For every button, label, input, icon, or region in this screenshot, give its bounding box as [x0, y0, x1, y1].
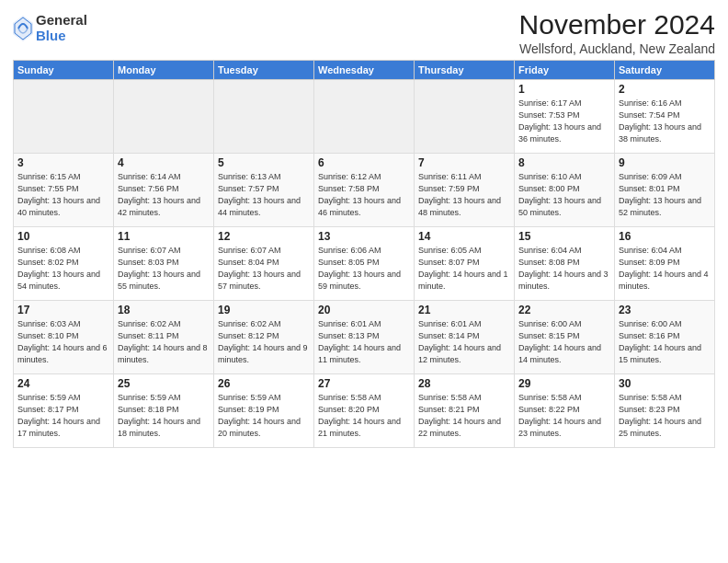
day-number: 2	[619, 83, 711, 96]
day-number: 14	[418, 230, 510, 243]
day-info: Sunrise: 6:02 AM Sunset: 8:12 PM Dayligh…	[218, 318, 310, 366]
day-number: 19	[218, 304, 310, 316]
title-block: November 2024 Wellsford, Auckland, New Z…	[519, 9, 715, 56]
calendar-cell: 11Sunrise: 6:07 AM Sunset: 8:03 PM Dayli…	[114, 227, 214, 301]
day-info: Sunrise: 6:01 AM Sunset: 8:14 PM Dayligh…	[418, 318, 510, 366]
calendar-week-5: 24Sunrise: 5:59 AM Sunset: 8:17 PM Dayli…	[14, 374, 715, 448]
day-info: Sunrise: 6:01 AM Sunset: 8:13 PM Dayligh…	[318, 318, 410, 366]
calendar-cell	[314, 80, 415, 154]
day-info: Sunrise: 6:14 AM Sunset: 7:56 PM Dayligh…	[118, 171, 210, 219]
day-info: Sunrise: 6:00 AM Sunset: 8:15 PM Dayligh…	[518, 318, 610, 366]
day-info: Sunrise: 6:05 AM Sunset: 8:07 PM Dayligh…	[418, 245, 510, 293]
col-monday: Monday	[114, 61, 214, 80]
calendar-cell: 10Sunrise: 6:08 AM Sunset: 8:02 PM Dayli…	[14, 227, 114, 301]
calendar-cell	[415, 80, 515, 154]
day-info: Sunrise: 6:16 AM Sunset: 7:54 PM Dayligh…	[619, 98, 711, 145]
logo-text: General Blue	[36, 13, 87, 43]
day-number: 16	[619, 230, 711, 243]
day-number: 13	[318, 230, 410, 243]
day-info: Sunrise: 6:06 AM Sunset: 8:05 PM Dayligh…	[318, 245, 410, 293]
calendar-cell: 28Sunrise: 5:58 AM Sunset: 8:21 PM Dayli…	[415, 374, 515, 448]
day-number: 11	[118, 230, 210, 243]
calendar-cell: 19Sunrise: 6:02 AM Sunset: 8:12 PM Dayli…	[214, 301, 314, 374]
col-tuesday: Tuesday	[214, 61, 314, 80]
calendar-cell: 8Sunrise: 6:10 AM Sunset: 8:00 PM Daylig…	[515, 154, 615, 227]
day-info: Sunrise: 6:04 AM Sunset: 8:08 PM Dayligh…	[518, 245, 610, 293]
day-info: Sunrise: 6:03 AM Sunset: 8:10 PM Dayligh…	[17, 318, 109, 366]
day-info: Sunrise: 5:58 AM Sunset: 8:20 PM Dayligh…	[318, 392, 410, 440]
calendar-cell: 6Sunrise: 6:12 AM Sunset: 7:58 PM Daylig…	[314, 154, 415, 227]
calendar-cell: 17Sunrise: 6:03 AM Sunset: 8:10 PM Dayli…	[14, 301, 114, 374]
calendar-cell: 27Sunrise: 5:58 AM Sunset: 8:20 PM Dayli…	[314, 374, 415, 448]
calendar-cell: 24Sunrise: 5:59 AM Sunset: 8:17 PM Dayli…	[14, 374, 114, 448]
calendar-cell: 23Sunrise: 6:00 AM Sunset: 8:16 PM Dayli…	[615, 301, 715, 374]
day-info: Sunrise: 5:59 AM Sunset: 8:17 PM Dayligh…	[17, 392, 109, 440]
day-info: Sunrise: 6:13 AM Sunset: 7:57 PM Dayligh…	[218, 171, 310, 219]
day-info: Sunrise: 6:09 AM Sunset: 8:01 PM Dayligh…	[619, 171, 711, 219]
month-title: November 2024	[519, 9, 715, 40]
day-number: 6	[318, 156, 410, 169]
day-info: Sunrise: 6:04 AM Sunset: 8:09 PM Dayligh…	[619, 245, 711, 293]
day-info: Sunrise: 5:59 AM Sunset: 8:19 PM Dayligh…	[218, 392, 310, 440]
calendar-cell: 26Sunrise: 5:59 AM Sunset: 8:19 PM Dayli…	[214, 374, 314, 448]
calendar-cell	[114, 80, 214, 154]
calendar-cell	[14, 80, 114, 154]
calendar-cell: 18Sunrise: 6:02 AM Sunset: 8:11 PM Dayli…	[114, 301, 214, 374]
calendar-header: Sunday Monday Tuesday Wednesday Thursday…	[14, 61, 715, 80]
day-info: Sunrise: 6:07 AM Sunset: 8:03 PM Dayligh…	[118, 245, 210, 293]
calendar-cell: 4Sunrise: 6:14 AM Sunset: 7:56 PM Daylig…	[114, 154, 214, 227]
calendar-cell: 12Sunrise: 6:07 AM Sunset: 8:04 PM Dayli…	[214, 227, 314, 301]
day-number: 24	[17, 377, 109, 390]
calendar-table: Sunday Monday Tuesday Wednesday Thursday…	[13, 60, 715, 448]
calendar-cell: 29Sunrise: 5:58 AM Sunset: 8:22 PM Dayli…	[515, 374, 615, 448]
day-info: Sunrise: 6:17 AM Sunset: 7:53 PM Dayligh…	[518, 98, 610, 145]
day-info: Sunrise: 6:02 AM Sunset: 8:11 PM Dayligh…	[118, 318, 210, 366]
day-number: 1	[518, 83, 610, 96]
calendar-cell: 9Sunrise: 6:09 AM Sunset: 8:01 PM Daylig…	[615, 154, 715, 227]
calendar-body: 1Sunrise: 6:17 AM Sunset: 7:53 PM Daylig…	[14, 80, 715, 448]
calendar-cell: 7Sunrise: 6:11 AM Sunset: 7:59 PM Daylig…	[415, 154, 515, 227]
day-info: Sunrise: 6:11 AM Sunset: 7:59 PM Dayligh…	[418, 171, 510, 219]
day-number: 23	[619, 304, 711, 316]
col-friday: Friday	[515, 61, 615, 80]
calendar-cell: 1Sunrise: 6:17 AM Sunset: 7:53 PM Daylig…	[515, 80, 615, 154]
col-wednesday: Wednesday	[314, 61, 415, 80]
day-number: 20	[318, 304, 410, 316]
day-number: 22	[518, 304, 610, 316]
calendar-cell: 13Sunrise: 6:06 AM Sunset: 8:05 PM Dayli…	[314, 227, 415, 301]
day-info: Sunrise: 6:12 AM Sunset: 7:58 PM Dayligh…	[318, 171, 410, 219]
day-number: 18	[118, 304, 210, 316]
day-number: 5	[218, 156, 310, 169]
day-info: Sunrise: 5:58 AM Sunset: 8:23 PM Dayligh…	[619, 392, 711, 440]
day-number: 3	[17, 156, 109, 169]
calendar-week-4: 17Sunrise: 6:03 AM Sunset: 8:10 PM Dayli…	[14, 301, 715, 374]
day-number: 4	[118, 156, 210, 169]
page-container: General Blue November 2024 Wellsford, Au…	[0, 0, 728, 455]
calendar-cell: 21Sunrise: 6:01 AM Sunset: 8:14 PM Dayli…	[415, 301, 515, 374]
col-saturday: Saturday	[615, 61, 715, 80]
day-number: 28	[418, 377, 510, 390]
day-number: 7	[418, 156, 510, 169]
col-thursday: Thursday	[415, 61, 515, 80]
day-number: 26	[218, 377, 310, 390]
day-number: 9	[619, 156, 711, 169]
day-number: 30	[619, 377, 711, 390]
header-row: Sunday Monday Tuesday Wednesday Thursday…	[14, 61, 715, 80]
calendar-cell: 22Sunrise: 6:00 AM Sunset: 8:15 PM Dayli…	[515, 301, 615, 374]
calendar-cell: 30Sunrise: 5:58 AM Sunset: 8:23 PM Dayli…	[615, 374, 715, 448]
location-text: Wellsford, Auckland, New Zealand	[519, 41, 715, 56]
calendar-cell: 3Sunrise: 6:15 AM Sunset: 7:55 PM Daylig…	[14, 154, 114, 227]
day-number: 8	[518, 156, 610, 169]
day-info: Sunrise: 5:58 AM Sunset: 8:22 PM Dayligh…	[518, 392, 610, 440]
logo-general-text: General	[36, 13, 87, 29]
header: General Blue November 2024 Wellsford, Au…	[13, 9, 715, 56]
calendar-week-3: 10Sunrise: 6:08 AM Sunset: 8:02 PM Dayli…	[14, 227, 715, 301]
day-info: Sunrise: 5:59 AM Sunset: 8:18 PM Dayligh…	[118, 392, 210, 440]
calendar-cell	[214, 80, 314, 154]
day-info: Sunrise: 6:07 AM Sunset: 8:04 PM Dayligh…	[218, 245, 310, 293]
col-sunday: Sunday	[14, 61, 114, 80]
day-number: 25	[118, 377, 210, 390]
calendar-cell: 25Sunrise: 5:59 AM Sunset: 8:18 PM Dayli…	[114, 374, 214, 448]
day-info: Sunrise: 6:00 AM Sunset: 8:16 PM Dayligh…	[619, 318, 711, 366]
svg-marker-0	[13, 16, 33, 41]
